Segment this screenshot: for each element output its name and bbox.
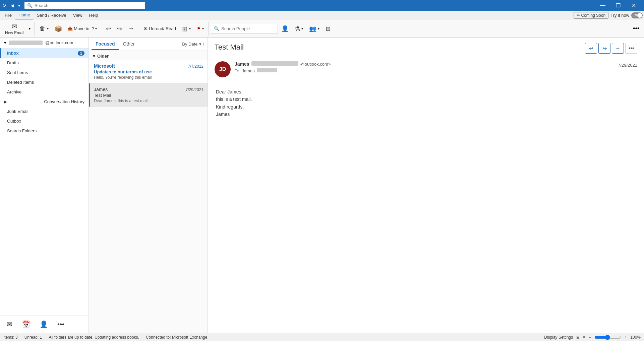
sidebar-item-conversation-history[interactable]: ▶ Conversation History [0,97,89,107]
undo-button[interactable]: ↩ [103,22,114,36]
to-lastname-redacted [257,68,277,72]
ribbon: ✉ New Email ▾ 🗑 ▾ 📦 📤 Move to: ? ▾ ↩ ↪ →… [0,20,644,38]
envelope-icon: ✉ [144,26,148,31]
sender-avatar: JD [215,61,231,77]
ribbon-drop[interactable]: ▾ [47,27,49,30]
coming-soon-button[interactable]: ✏ Coming Soon [574,12,608,19]
more-actions-button[interactable]: ••• [625,43,637,54]
move-to-label: Move to: ? [74,26,94,31]
email-list-pane: ◀ Focused Other By Date ▾ ↑ ▾ Older Micr… [89,38,208,333]
categorize-button[interactable]: ⊞ ▾ [179,22,193,36]
email-item-microsoft[interactable]: Microsoft 7/7/2022 Updates to our terms … [89,60,208,83]
forward-icon[interactable]: ▾ [18,3,20,8]
search-folders-label: Search Folders [7,128,37,133]
people-drop[interactable]: ▾ [318,27,319,30]
email-item-james[interactable]: James 7/29/2021 Test Mail Dear James, th… [89,83,208,107]
reading-to-line: To James [235,68,614,73]
reply-all-icon: ↪ [602,45,607,52]
zoom-slider[interactable] [594,335,621,340]
more-options-button[interactable]: ••• [630,24,642,33]
forward-msg-icon: → [615,45,621,51]
new-email-main[interactable]: ✉ New Email [2,21,27,37]
search-people-input[interactable] [221,26,275,31]
back-icon[interactable]: ◀ [11,3,14,8]
sidebar-item-junk-email[interactable]: Junk Email [0,107,89,116]
people-button[interactable]: 👥 ▾ [306,22,322,36]
sidebar-item-deleted-items[interactable]: Deleted Items [0,77,89,87]
people-nav-button[interactable]: 👤 [38,319,49,330]
zoom-in-icon[interactable]: + [625,335,627,340]
ribbon-separator-4 [209,22,209,36]
sort-direction[interactable]: ↑ [203,42,205,47]
account-header[interactable]: ▾ @outlook.com [0,38,89,48]
view-compact-icon[interactable]: ≡ [583,335,585,340]
new-email-dropdown[interactable]: ▾ [27,21,32,36]
view-normal-icon[interactable]: ⊞ [576,335,580,340]
forward-button[interactable]: → [125,22,137,36]
minimize-button[interactable]: — [595,0,610,11]
filter-drop[interactable]: ▾ [301,27,303,30]
sender-email-redacted [251,61,298,66]
restore-button[interactable]: ❐ [610,0,626,11]
tab-focused[interactable]: Focused [92,39,119,50]
cat-drop[interactable]: ▾ [189,27,191,30]
sidebar-item-search-folders[interactable]: Search Folders [0,126,89,136]
group-label: Older [97,54,109,59]
email-subject-james: Test Mail [94,93,203,98]
archive-label: Archive [7,89,21,94]
inbox-badge: 1 [78,51,84,56]
statusbar: Items: 3 Unread: 1 All folders are up to… [0,333,644,341]
calendar-nav-button[interactable]: 📅 [20,319,32,330]
window-controls: — ❐ ✕ [595,0,641,11]
email-item-header-microsoft: Microsoft 7/7/2022 [94,63,203,69]
more-nav-button[interactable]: ••• [56,319,66,330]
avatar-initials: JD [219,66,226,72]
sidebar-item-outbox[interactable]: Outbox [0,116,89,126]
contact-card-button[interactable]: 👤 [279,22,291,36]
menu-file[interactable]: File [1,11,15,19]
menu-send-receive[interactable]: Send / Receive [34,11,70,19]
display-settings-link[interactable]: Display Settings [544,335,573,340]
email-preview-microsoft: Hello, You're receiving this email [94,75,203,80]
email-group-older[interactable]: ▾ Older [89,51,208,60]
menu-view[interactable]: View [70,11,86,19]
forward-msg-button[interactable]: → [612,43,624,54]
people-icon: 👥 [309,25,316,32]
unread-read-button[interactable]: ✉ Unread/ Read [141,22,179,36]
menu-home[interactable]: Home [15,11,34,19]
menu-help[interactable]: Help [86,11,102,19]
tab-other[interactable]: Other [119,39,139,50]
to-name: James [242,68,254,73]
undo-all-button[interactable]: ↪ [114,22,125,36]
to-label: To [235,68,239,73]
move-to-dropdown[interactable]: 📤 Move to: ? ▾ [65,22,99,36]
flag-drop[interactable]: ▾ [202,27,204,30]
grid-view-button[interactable]: ⊞ [323,22,333,36]
zoom-out-icon[interactable]: − [589,335,591,340]
calendar-nav-icon: 📅 [22,321,30,328]
reply-all-button[interactable]: ↪ [598,43,610,54]
sidebar-item-archive[interactable]: Archive [0,87,89,97]
search-box[interactable]: 🔍 [24,2,145,9]
flag-button[interactable]: ⚑ ▾ [194,22,207,36]
sort-dropdown[interactable]: By Date ▾ ↑ [182,42,205,47]
search-people-box[interactable]: 🔍 [211,24,278,34]
conversation-history-expand: ▶ [4,99,7,104]
close-button[interactable]: ✕ [626,0,641,11]
sidebar-item-sent-items[interactable]: Sent Items [0,68,89,77]
delete-button[interactable]: 🗑 ▾ [37,22,51,36]
deleted-items-label: Deleted Items [7,80,34,85]
ribbon-separator-1 [35,22,35,36]
filter-button[interactable]: ⚗ ▾ [292,22,306,36]
account-email: @outlook.com [45,40,73,45]
reply-button[interactable]: ↩ [585,43,597,54]
sent-items-label: Sent Items [7,70,28,75]
new-email-button[interactable]: ✉ New Email ▾ [2,21,33,36]
sidebar-item-drafts[interactable]: Drafts [0,58,89,68]
search-input[interactable] [35,3,142,8]
archive-button[interactable]: 📦 [52,22,65,36]
sidebar-item-inbox[interactable]: Inbox 1 [0,48,89,58]
group-chevron: ▾ [93,54,95,59]
toggle-switch[interactable]: Off [631,12,643,18]
mail-nav-button[interactable]: ✉ [5,319,14,330]
